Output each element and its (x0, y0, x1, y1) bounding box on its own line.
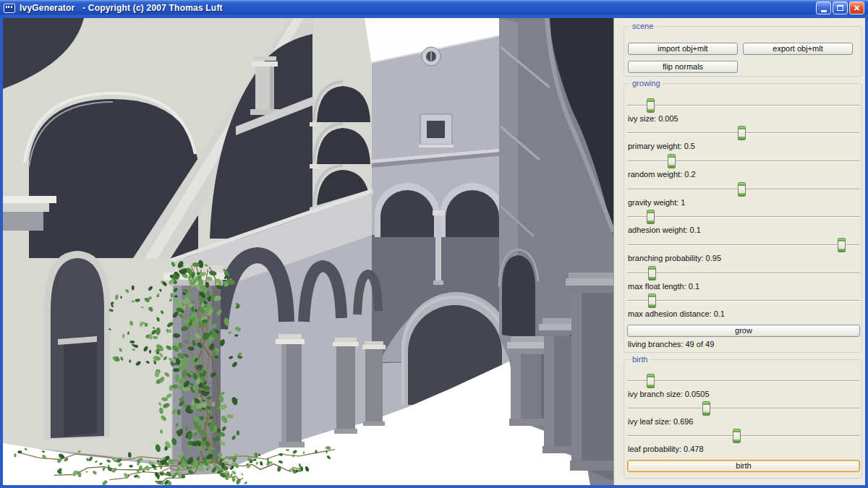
import-obj-button[interactable]: import obj+mlt (628, 43, 738, 55)
scene-render (3, 18, 613, 485)
slider-track[interactable] (627, 408, 860, 409)
slider-adhesion-weight[interactable]: adhesion weight: 0.1 (627, 210, 860, 236)
slider-track[interactable] (627, 105, 860, 106)
slider-branching-probability[interactable]: branching probability: 0.95 (627, 238, 860, 264)
minimize-icon (821, 10, 827, 12)
slider-label: random weight: 0.2 (628, 170, 696, 179)
group-birth: birth ivy branch size: 0.0505 ivy leaf s… (624, 359, 862, 479)
slider-label: adhesion weight: 0.1 (628, 226, 701, 234)
maximize-icon (837, 5, 843, 11)
client-area: scene import obj+mlt export obj+mlt flip… (0, 16, 868, 488)
titlebar[interactable]: IvyGenerator - Copyright (c) 2007 Thomas… (0, 0, 868, 16)
group-birth-label: birth (630, 355, 650, 364)
slider-track[interactable] (627, 435, 860, 437)
slider-leaf-probability[interactable]: leaf probability: 0.478 (627, 429, 860, 455)
slider-label: branching probability: 0.95 (628, 254, 721, 262)
slider-thumb[interactable] (647, 210, 655, 224)
slider-thumb[interactable] (733, 429, 741, 443)
slider-max-adhesion-distance[interactable]: max adhesion distance: 0.1 (627, 294, 860, 320)
flip-normals-button[interactable]: flip normals (628, 61, 738, 73)
grow-button[interactable]: grow (627, 325, 860, 337)
viewport-3d[interactable] (3, 18, 613, 485)
slider-max-float-length[interactable]: max float length: 0.1 (627, 266, 860, 292)
slider-label: leaf probability: 0.478 (628, 445, 704, 453)
slider-thumb[interactable] (838, 238, 846, 252)
slider-label: ivy branch size: 0.0505 (628, 390, 710, 398)
slider-track[interactable] (627, 216, 860, 218)
close-button[interactable]: ✕ (849, 1, 864, 14)
control-panel: scene import obj+mlt export obj+mlt flip… (613, 18, 862, 485)
slider-track[interactable] (627, 300, 860, 301)
doorway (44, 251, 110, 440)
slider-label: max float length: 0.1 (628, 282, 699, 291)
window-title: IvyGenerator - Copyright (c) 2007 Thomas… (20, 3, 223, 13)
slider-label: ivy leaf size: 0.696 (628, 417, 694, 426)
slider-ivy-size[interactable]: ivy size: 0.005 (627, 98, 860, 124)
slider-label: gravity weight: 1 (628, 198, 685, 207)
ivy-root-marker (206, 459, 209, 462)
slider-thumb[interactable] (647, 98, 655, 113)
slider-thumb[interactable] (668, 154, 676, 168)
slider-thumb[interactable] (648, 266, 656, 281)
maximize-button[interactable] (833, 1, 848, 14)
app-icon (4, 4, 15, 13)
slider-track[interactable] (627, 244, 860, 246)
slider-track[interactable] (627, 160, 860, 162)
export-obj-button[interactable]: export obj+mlt (743, 43, 853, 55)
slider-thumb[interactable] (647, 374, 655, 388)
slider-thumb[interactable] (702, 401, 710, 416)
slider-track[interactable] (627, 273, 860, 274)
group-scene-label: scene (630, 22, 655, 31)
slider-thumb[interactable] (738, 126, 746, 140)
slider-thumb[interactable] (738, 182, 746, 197)
slider-label: ivy size: 0.005 (628, 114, 678, 123)
close-icon: ✕ (854, 4, 860, 13)
slider-ivy-branch-size[interactable]: ivy branch size: 0.0505 (627, 374, 860, 400)
slider-gravity-weight[interactable]: gravity weight: 1 (627, 182, 860, 208)
slider-label: primary weight: 0.5 (628, 142, 695, 150)
right-building (499, 18, 613, 485)
minimize-button[interactable] (816, 1, 831, 14)
living-branches-status: living branches: 49 of 49 (628, 340, 714, 348)
slider-label: max adhesion distance: 0.1 (628, 309, 725, 318)
group-growing-label: growing (630, 79, 663, 88)
group-growing: growing ivy size: 0.005 primary weight: … (624, 83, 862, 353)
slider-track[interactable] (627, 380, 860, 382)
slider-primary-weight[interactable]: primary weight: 0.5 (627, 126, 860, 152)
slider-ivy-leaf-size[interactable]: ivy leaf size: 0.696 (627, 401, 860, 427)
group-scene: scene import obj+mlt export obj+mlt flip… (624, 26, 862, 77)
birth-button[interactable]: birth (627, 460, 860, 472)
slider-thumb[interactable] (648, 294, 656, 308)
app-window: IvyGenerator - Copyright (c) 2007 Thomas… (0, 0, 868, 488)
window-controls: ✕ (816, 1, 864, 14)
slider-random-weight[interactable]: random weight: 0.2 (627, 154, 860, 180)
